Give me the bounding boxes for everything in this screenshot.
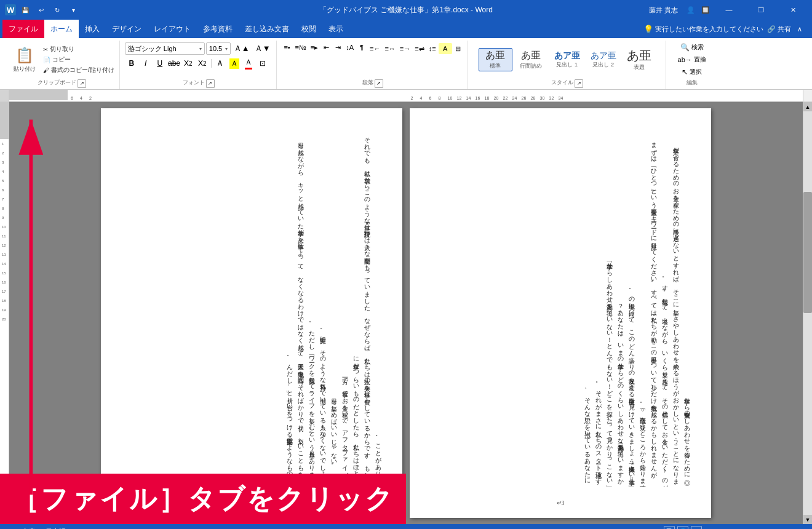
page-left: ◎仕事から完全無欠のしあわせを得るために 仕事が食べるためのお金を稼ぐための手段… xyxy=(410,108,711,518)
tab-file[interactable]: ファイル xyxy=(2,20,44,38)
scroll-up-btn[interactable]: ▲ xyxy=(803,102,813,111)
bold-btn[interactable]: B xyxy=(125,57,138,70)
numbering-btn[interactable]: ≡№ xyxy=(293,42,308,53)
style-no-spacing[interactable]: あ亜 行間詰め xyxy=(514,48,548,71)
print-layout-btn[interactable]: 📄 xyxy=(664,526,675,529)
line-spacing-btn[interactable]: ↕≡ xyxy=(427,43,438,54)
styles-group: あ亜 標準 あ亜 行間詰め あア亜 見出し 1 あア亜 見出し 2 xyxy=(469,41,666,89)
undo-btn[interactable]: ↩ xyxy=(34,3,48,17)
restore-btn[interactable]: ❐ xyxy=(747,0,775,20)
ruler-corner xyxy=(0,90,9,101)
tab-view[interactable]: 表示 xyxy=(322,20,349,38)
view-buttons: 📄 🌐 📖 xyxy=(664,526,702,529)
font-expand[interactable]: ↗ xyxy=(206,79,215,88)
highlight-btn[interactable]: Ａ xyxy=(228,57,241,70)
scroll-down-btn[interactable]: ▼ xyxy=(803,515,813,524)
align-left-btn[interactable]: ≡← xyxy=(368,43,382,54)
replace-btn[interactable]: ab→置換 xyxy=(675,54,709,65)
zoom-in-btn[interactable]: + xyxy=(772,526,783,529)
copy-btn[interactable]: 📄コピー xyxy=(42,55,116,65)
page-right: ことがあります。 それでも、私は以前からこのような「仕事＝苦行説」には大きな疑問… xyxy=(101,108,402,518)
show-marks-btn[interactable]: ¶ xyxy=(356,42,367,53)
divider xyxy=(211,59,212,68)
font-selector[interactable]: 游ゴシック Ligh ▾ xyxy=(125,42,205,55)
title-bar-right: 藤井 貴志 👤 🔲 — ❐ ✕ xyxy=(645,0,807,20)
font-size-decrease[interactable]: Ａ▼ xyxy=(253,43,273,54)
format-copy-btn[interactable]: 🖌書式のコピー/貼り付け xyxy=(42,65,116,75)
bullets-btn[interactable]: ≡• xyxy=(282,42,293,53)
align-center-btn[interactable]: ≡↔ xyxy=(383,43,397,54)
save-btn[interactable]: 💾 xyxy=(18,3,32,17)
multilevel-btn[interactable]: ≡▸ xyxy=(309,42,320,53)
tab-design[interactable]: デザイン xyxy=(106,20,148,38)
share-btn[interactable]: 🔗 共有 xyxy=(767,25,791,34)
scrollbar-vertical[interactable]: ▲ ▼ xyxy=(803,102,812,524)
font-color-btn[interactable]: Ａ xyxy=(242,57,255,70)
tab-insert[interactable]: 挿入 xyxy=(79,20,106,38)
style-title[interactable]: あ亜 表題 xyxy=(623,48,656,71)
superscript-btn[interactable]: X2 xyxy=(196,57,209,70)
font-size-selector[interactable]: 10.5 ▾ xyxy=(206,42,231,55)
document-title: 「グッドバイブス ご機嫌な仕事」第1章.docx - Word xyxy=(319,5,493,15)
page-right-content: ことがあります。 それでも、私は以前からこのような「仕事＝苦行説」には大きな疑問… xyxy=(284,133,384,487)
style-heading1[interactable]: あア亜 見出し 1 xyxy=(550,48,584,71)
title-bar-left: W 💾 ↩ ↻ ▾ xyxy=(5,3,80,17)
redo-btn[interactable]: ↻ xyxy=(50,3,64,17)
status-left: 7606 文字 日本語 xyxy=(5,527,66,530)
editing-group: 🔍検索 ab→置換 ↖選択 編集 xyxy=(667,41,717,89)
styles-label: スタイル xyxy=(551,79,573,88)
subscript-btn[interactable]: X2 xyxy=(181,57,195,70)
increase-indent-btn[interactable]: ⇥ xyxy=(332,42,343,53)
ruler-area: 6 4 2 2 4 6 8 10 12 14 16 18 20 22 24 26… xyxy=(0,90,812,102)
user-name: 藤井 貴志 xyxy=(645,4,682,15)
ruler-bar: 6 4 2 2 4 6 8 10 12 14 16 18 20 22 24 26… xyxy=(9,90,803,101)
char-border-btn[interactable]: ⊡ xyxy=(256,57,269,70)
text-effects-btn[interactable]: Ａ xyxy=(213,57,227,70)
tab-references[interactable]: 参考資料 xyxy=(197,20,239,38)
search-editing-btn[interactable]: 🔍検索 xyxy=(678,42,706,53)
read-view-btn[interactable]: 📖 xyxy=(691,526,702,529)
title-bar: W 💾 ↩ ↻ ▾ 「グッドバイブス ご機嫌な仕事」第1章.docx - Wor… xyxy=(0,0,812,20)
zoom-out-btn[interactable]: - xyxy=(707,526,718,529)
borders-btn[interactable]: ⊞ xyxy=(453,43,464,54)
clipboard-expand[interactable]: ↗ xyxy=(78,79,86,88)
align-right-btn[interactable]: ≡→ xyxy=(398,43,412,54)
scroll-thumb[interactable] xyxy=(803,192,812,313)
italic-btn[interactable]: I xyxy=(139,57,153,70)
tab-layout[interactable]: レイアウト xyxy=(148,20,197,38)
strikethrough-btn[interactable]: abc xyxy=(167,57,181,70)
decrease-indent-btn[interactable]: ⇤ xyxy=(320,42,332,53)
lightbulb-search[interactable]: 💡 実行したい作業を入力してください xyxy=(643,25,763,34)
language: 日本語 xyxy=(46,527,66,530)
select-btn[interactable]: ↖選択 xyxy=(679,66,704,78)
status-bar: 7606 文字 日本語 📄 🌐 📖 - + 100% xyxy=(0,524,812,529)
editing-label: 編集 xyxy=(687,79,698,88)
underline-btn[interactable]: U xyxy=(153,57,167,70)
customize-qat-btn[interactable]: ▾ xyxy=(66,3,80,17)
zoom-bar: - + 100% xyxy=(707,526,807,529)
account-icon[interactable]: 👤 xyxy=(685,4,696,15)
cut-btn[interactable]: ✂切り取り xyxy=(42,44,116,54)
font-size-increase[interactable]: Ａ▲ xyxy=(232,43,252,54)
ribbon-collapse-btn[interactable]: ∧ xyxy=(795,24,805,34)
close-btn[interactable]: ✕ xyxy=(779,0,807,20)
tab-mailings[interactable]: 差し込み文書 xyxy=(239,20,295,38)
font-label: フォント xyxy=(183,79,205,88)
styles-expand[interactable]: ↗ xyxy=(575,79,583,88)
style-heading2[interactable]: あア亜 見出し 2 xyxy=(586,48,621,71)
tablet-icon[interactable]: 🔲 xyxy=(700,4,711,15)
sort-btn[interactable]: ↕A xyxy=(344,42,356,53)
tab-home[interactable]: ホーム xyxy=(44,20,79,38)
style-normal[interactable]: あ亜 標準 xyxy=(479,48,512,71)
paragraph-expand[interactable]: ↗ xyxy=(375,79,383,88)
ribbon-tabs: ファイル ホーム 挿入 デザイン レイアウト 参考資料 差し込み文書 校閲 表示… xyxy=(0,20,812,38)
doc-scroll[interactable]: ことがあります。 それでも、私は以前からこのような「仕事＝苦行説」には大きな疑問… xyxy=(9,102,803,524)
web-layout-btn[interactable]: 🌐 xyxy=(677,526,688,529)
shading-btn[interactable]: A xyxy=(439,43,452,54)
ribbon-content: 📋 貼り付け ✂切り取り 📄コピー 🖌書式のコピー/貼り付け xyxy=(0,38,812,90)
justify-btn[interactable]: ≡⇌ xyxy=(413,43,426,54)
tab-review[interactable]: 校閲 xyxy=(295,20,322,38)
minimize-btn[interactable]: — xyxy=(715,0,743,20)
scroll-track[interactable] xyxy=(803,111,812,515)
paste-btn[interactable]: 📋 貼り付け xyxy=(9,44,41,76)
